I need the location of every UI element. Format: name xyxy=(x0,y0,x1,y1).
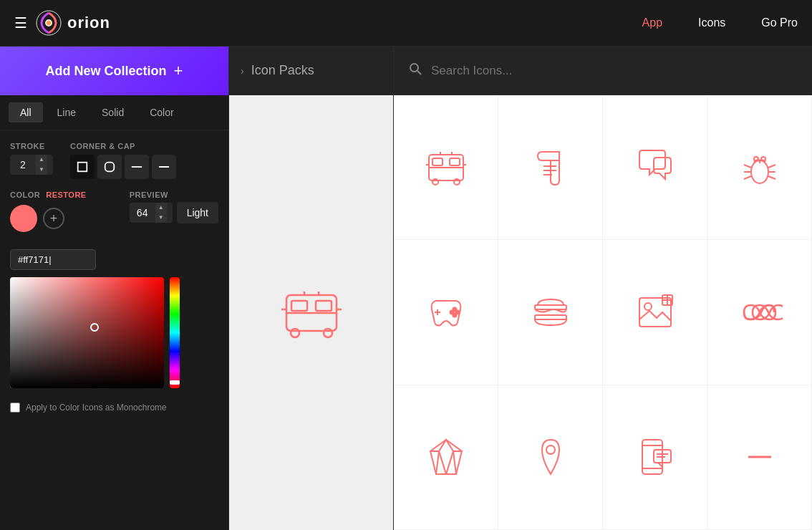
icon-cell-gamepad[interactable] xyxy=(394,240,498,385)
color-swatch-button[interactable] xyxy=(10,205,37,232)
svg-point-2 xyxy=(47,21,51,25)
sidebar: Add New Collection + All Line Solid Colo… xyxy=(0,47,229,530)
preview-size-input[interactable] xyxy=(130,203,155,223)
stroke-label: STROKE xyxy=(10,142,53,150)
svg-line-18 xyxy=(417,71,421,74)
preview-control-group: PREVIEW ▲ ▼ Light xyxy=(130,191,218,223)
hamburger-icon[interactable]: ☰ xyxy=(14,14,27,32)
preview-section: PREVIEW ▲ ▼ Light xyxy=(130,191,218,223)
color-restore-preview-row: COLOR RESTORE + PREVIEW xyxy=(10,191,218,244)
svg-marker-55 xyxy=(430,440,462,474)
nav-icons[interactable]: Icons xyxy=(698,16,725,29)
corner-cap-flat-button[interactable] xyxy=(125,155,149,179)
corner-cap-group: CORNER & CAP xyxy=(70,142,176,179)
preview-light-button[interactable]: Light xyxy=(177,202,218,223)
tab-solid[interactable]: Solid xyxy=(90,102,135,122)
color-label: COLOR xyxy=(10,191,40,199)
controls-panel: STROKE ▲ ▼ CORNER & CAP xyxy=(0,130,228,424)
search-bar xyxy=(394,47,812,95)
svg-point-47 xyxy=(455,310,459,314)
header-left: ☰ orion xyxy=(14,10,642,36)
preview-stepper: ▲ ▼ xyxy=(155,203,167,223)
icon-packs-label: Icon Packs xyxy=(251,63,314,78)
nav-gopro[interactable]: Go Pro xyxy=(761,16,798,29)
color-swatch-row: + xyxy=(10,205,124,232)
search-input[interactable] xyxy=(431,64,798,78)
stroke-stepper: ▲ ▼ xyxy=(36,155,47,175)
svg-point-46 xyxy=(450,310,453,314)
svg-line-57 xyxy=(453,451,456,474)
svg-point-60 xyxy=(546,445,555,454)
corner-cap-round-button[interactable] xyxy=(152,155,176,179)
filter-tabs: All Line Solid Color xyxy=(0,95,228,130)
svg-point-51 xyxy=(644,303,652,310)
svg-line-40 xyxy=(768,176,775,179)
logo-text: orion xyxy=(67,14,110,32)
monochrome-row: Apply to Color Icons as Monochrome xyxy=(10,403,218,413)
svg-rect-9 xyxy=(291,301,307,311)
tab-line[interactable]: Line xyxy=(46,102,87,122)
svg-rect-21 xyxy=(432,158,443,165)
preview-size-up-button[interactable]: ▲ xyxy=(155,203,167,213)
header: ☰ orion App Icons Go Pro xyxy=(0,0,812,47)
icon-cell-diamond[interactable] xyxy=(394,385,498,530)
icons-panel xyxy=(394,47,812,530)
stroke-corner-row: STROKE ▲ ▼ CORNER & CAP xyxy=(10,142,218,179)
svg-line-35 xyxy=(744,165,751,168)
tab-all[interactable]: All xyxy=(9,102,43,122)
color-picker-area[interactable] xyxy=(10,277,164,388)
preview-size-down-button[interactable]: ▼ xyxy=(155,213,167,223)
svg-rect-22 xyxy=(450,158,460,165)
icon-cell-bug[interactable] xyxy=(707,95,812,240)
tab-color[interactable]: Color xyxy=(138,102,185,122)
hue-slider[interactable] xyxy=(170,277,180,388)
add-collection-button[interactable]: Add New Collection + xyxy=(0,47,228,95)
svg-rect-3 xyxy=(78,163,87,172)
icon-cell-mobile-chat[interactable] xyxy=(603,385,707,530)
color-picker-dark-overlay xyxy=(10,277,164,388)
icon-cell-infinity[interactable] xyxy=(707,240,812,385)
corner-buttons xyxy=(70,155,176,179)
stroke-down-button[interactable]: ▼ xyxy=(36,165,47,175)
monochrome-label: Apply to Color Icons as Monochrome xyxy=(26,403,167,413)
stroke-up-button[interactable]: ▲ xyxy=(36,155,47,165)
header-nav: App Icons Go Pro xyxy=(642,16,798,29)
icon-cell-chat[interactable] xyxy=(603,95,707,240)
svg-rect-10 xyxy=(316,301,332,311)
icon-cell-location[interactable] xyxy=(498,385,603,530)
nav-app[interactable]: App xyxy=(642,16,662,29)
svg-line-58 xyxy=(439,451,446,474)
svg-line-37 xyxy=(744,176,751,179)
chevron-right-icon: › xyxy=(241,65,244,77)
icon-cell-scroll[interactable] xyxy=(498,95,603,240)
icon-cell-image[interactable] xyxy=(603,240,707,385)
svg-line-56 xyxy=(436,451,439,474)
add-color-button[interactable]: + xyxy=(43,208,64,229)
corner-square-button[interactable] xyxy=(70,155,95,179)
svg-point-33 xyxy=(754,157,758,161)
restore-label[interactable]: RESTORE xyxy=(46,191,86,199)
stroke-input[interactable] xyxy=(10,155,36,175)
monochrome-checkbox[interactable] xyxy=(10,403,20,413)
stroke-input-wrapper: ▲ ▼ xyxy=(10,155,53,175)
icon-cell-burger[interactable] xyxy=(498,240,603,385)
color-labels-row: COLOR RESTORE xyxy=(10,191,124,199)
main-layout: Add New Collection + All Line Solid Colo… xyxy=(0,47,812,530)
add-collection-label: Add New Collection xyxy=(46,64,167,79)
corner-round-button[interactable] xyxy=(97,155,122,179)
svg-point-34 xyxy=(761,157,765,161)
center-panel: › Icon Packs xyxy=(229,47,394,530)
icon-packs-header[interactable]: › Icon Packs xyxy=(229,47,393,95)
preview-size-wrapper: ▲ ▼ xyxy=(130,203,173,223)
logo-icon xyxy=(36,10,62,36)
add-collection-plus: + xyxy=(174,62,183,80)
color-picker-cursor xyxy=(90,323,99,332)
hex-input[interactable] xyxy=(10,249,96,270)
icon-cell-bus[interactable] xyxy=(394,95,498,240)
svg-point-17 xyxy=(410,64,418,72)
icon-cell-minus[interactable] xyxy=(707,385,812,530)
search-icon xyxy=(408,62,422,80)
icons-grid xyxy=(394,95,812,530)
stroke-group: STROKE ▲ ▼ xyxy=(10,142,53,175)
featured-bus-icon xyxy=(276,277,347,349)
